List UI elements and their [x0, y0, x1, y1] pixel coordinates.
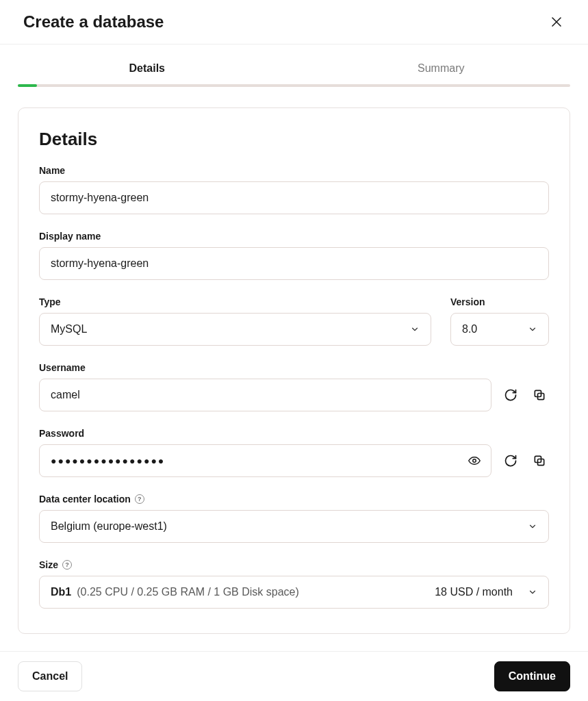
field-location: Data center location ? Belgium (europe-w… [39, 494, 549, 543]
details-card: Details Name Display name Type MySQL Ver… [18, 107, 570, 634]
name-label: Name [39, 165, 549, 176]
display-name-input[interactable] [39, 247, 549, 280]
location-select[interactable]: Belgium (europe-west1) [39, 510, 549, 543]
password-label: Password [39, 428, 549, 439]
regenerate-password-button[interactable] [501, 451, 520, 470]
chevron-down-icon [528, 522, 537, 531]
version-value: 8.0 [462, 323, 477, 335]
field-name: Name [39, 165, 549, 214]
continue-button[interactable]: Continue [494, 661, 570, 691]
chevron-down-icon [528, 587, 537, 597]
close-button[interactable] [548, 14, 565, 30]
size-label: Size ? [39, 559, 549, 570]
close-icon [551, 16, 562, 27]
section-title: Details [39, 129, 549, 150]
field-password: Password ●●●●●●●●●●●●●●●● [39, 428, 549, 477]
field-size: Size ? Db1 (0.25 CPU / 0.25 GB RAM / 1 G… [39, 559, 549, 609]
version-select[interactable]: 8.0 [450, 313, 549, 346]
name-input[interactable] [39, 181, 549, 214]
toggle-password-visibility-button[interactable] [465, 452, 483, 470]
copy-password-button[interactable] [530, 451, 549, 470]
dialog-header: Create a database [0, 0, 588, 44]
dialog-title: Create a database [23, 12, 164, 31]
username-input[interactable] [39, 379, 491, 411]
size-name: Db1 [51, 586, 71, 598]
display-name-label: Display name [39, 231, 549, 242]
size-specs: (0.25 CPU / 0.25 GB RAM / 1 GB Disk spac… [77, 586, 299, 598]
size-price: 18 USD / month [435, 586, 513, 598]
location-label: Data center location ? [39, 494, 549, 505]
dialog-footer: Cancel Continue [0, 651, 588, 701]
type-value: MySQL [51, 323, 87, 335]
copy-username-button[interactable] [530, 385, 549, 405]
username-label: Username [39, 362, 549, 373]
chevron-down-icon [410, 324, 420, 334]
location-value: Belgium (europe-west1) [51, 520, 167, 533]
regenerate-username-button[interactable] [501, 385, 520, 405]
refresh-icon [504, 388, 517, 402]
help-icon[interactable]: ? [135, 494, 144, 504]
copy-icon [533, 388, 546, 402]
refresh-icon [504, 454, 517, 468]
tab-details[interactable]: Details [0, 62, 294, 84]
password-input[interactable]: ●●●●●●●●●●●●●●●● [39, 444, 491, 477]
copy-icon [533, 454, 546, 468]
tab-summary[interactable]: Summary [294, 62, 589, 84]
help-icon[interactable]: ? [62, 560, 72, 570]
type-select[interactable]: MySQL [39, 313, 431, 346]
svg-point-4 [473, 459, 476, 463]
field-display-name: Display name [39, 231, 549, 280]
type-label: Type [39, 296, 431, 307]
version-label: Version [450, 296, 549, 307]
password-masked: ●●●●●●●●●●●●●●●● [51, 455, 165, 466]
chevron-down-icon [528, 324, 537, 334]
progress-track [18, 84, 570, 87]
progress-fill [18, 84, 37, 87]
field-type: Type MySQL [39, 296, 431, 346]
size-select[interactable]: Db1 (0.25 CPU / 0.25 GB RAM / 1 GB Disk … [39, 576, 549, 609]
wizard-tabs: Details Summary [0, 44, 588, 84]
field-username: Username [39, 362, 549, 411]
field-version: Version 8.0 [450, 296, 549, 346]
eye-icon [468, 455, 481, 467]
cancel-button[interactable]: Cancel [18, 661, 82, 691]
